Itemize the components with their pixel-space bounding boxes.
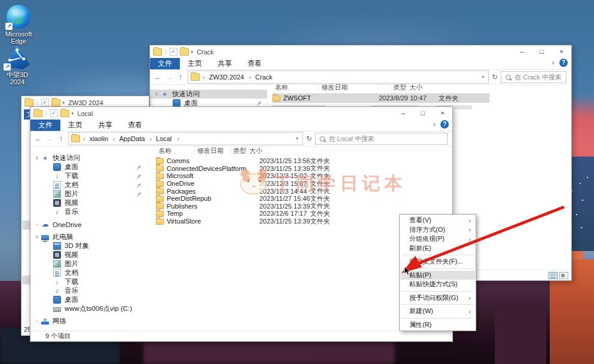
sidebar-item[interactable]: 桌面 — [30, 295, 147, 304]
folder-icon[interactable] — [51, 99, 60, 106]
sidebar-item[interactable]: 下载 — [30, 172, 147, 181]
sidebar-item[interactable]: 3D 对象 — [30, 241, 147, 250]
file-row[interactable]: Packages 2023/12/3 14:44 文件夹 — [156, 187, 452, 195]
help-icon[interactable]: ? — [440, 120, 449, 129]
sidebar-item[interactable]: 视频 — [30, 250, 147, 259]
context-menu-item[interactable]: 粘贴快捷方式(S) — [400, 280, 475, 289]
ribbon-collapse-icon[interactable]: ∨ — [432, 121, 436, 127]
ribbon-tab[interactable]: 查看 — [120, 120, 150, 131]
forward-button[interactable]: → — [45, 134, 54, 143]
ribbon-tab[interactable]: 文件 — [30, 120, 60, 131]
ribbon-tab[interactable]: 查看 — [240, 58, 270, 69]
refresh-icon[interactable]: ↻ — [492, 73, 498, 81]
context-menu-item[interactable]: 刷新(E) — [400, 244, 475, 253]
sidebar-item[interactable]: 视频 — [30, 198, 147, 207]
file-row[interactable]: PeerDistRepub 2023/11/27 15:46 文件夹 — [156, 195, 452, 203]
sidebar-item[interactable]: › OneDrive — [30, 220, 147, 229]
desktop-icon-edge[interactable]: ↗ Microsoft Edge — [1, 5, 36, 45]
pin-icon[interactable] — [135, 173, 142, 179]
titlebar[interactable]: | ✓ ▾ Local – □ × — [30, 107, 452, 120]
qat-dropdown-icon[interactable]: ▾ — [63, 100, 65, 105]
search-input[interactable]: 在 Crack 中搜索 — [501, 71, 567, 83]
close-button[interactable]: × — [433, 107, 452, 119]
address-dropdown-icon[interactable]: ▾ — [480, 75, 486, 79]
context-menu-item[interactable]: 排序方式(O) › — [400, 225, 475, 235]
ribbon-tab[interactable]: 主页 — [180, 58, 210, 69]
context-menu-item[interactable] — [402, 268, 474, 269]
breadcrumb-segment[interactable]: AppData — [111, 135, 147, 142]
sidebar-item[interactable]: 音乐 — [30, 286, 147, 295]
minimize-button[interactable]: – — [512, 45, 532, 57]
file-row[interactable]: ConnectedDevicesPlatform 2023/11/25 13:3… — [156, 165, 452, 173]
sidebar-item[interactable]: › 网络 — [30, 317, 147, 326]
sidebar-item[interactable]: 图片 — [30, 259, 147, 268]
column-header[interactable]: 类型 — [391, 83, 407, 92]
ribbon-collapse-icon[interactable]: ∨ — [551, 60, 555, 66]
help-icon[interactable]: ? — [559, 59, 568, 67]
column-header[interactable]: 名称 — [156, 146, 195, 155]
breadcrumb-segment[interactable]: xiaolin — [81, 135, 111, 142]
sidebar-item[interactable]: ∨ 快速访问 — [30, 154, 147, 163]
ribbon-tab[interactable]: 文件 — [150, 58, 180, 69]
maximize-button[interactable]: □ — [413, 107, 433, 119]
ribbon-tab[interactable]: 共享 — [210, 58, 240, 69]
context-menu-item[interactable] — [402, 255, 474, 255]
context-menu-item[interactable]: 授予访问权限(G) › — [400, 293, 475, 303]
maximize-button[interactable]: □ — [532, 45, 552, 57]
folder-icon[interactable] — [60, 110, 69, 117]
pin-icon[interactable] — [135, 182, 142, 188]
ribbon-tab[interactable]: 共享 — [90, 120, 120, 131]
file-row[interactable]: Comms 2023/11/25 13:56 文件夹 — [156, 157, 452, 165]
ribbon-tab[interactable]: 主页 — [60, 120, 90, 131]
search-input[interactable]: 在 Local 中搜索 — [315, 133, 448, 145]
sidebar-item[interactable]: 图片 — [30, 189, 147, 198]
checkmark-icon[interactable]: ✓ — [50, 109, 58, 117]
minimize-button[interactable]: – — [393, 107, 413, 119]
titlebar[interactable]: | ✓ ▾ Crack – □ × — [150, 45, 571, 58]
column-header[interactable]: 名称 — [272, 83, 319, 92]
context-menu-item[interactable] — [402, 291, 474, 292]
details-view-icon[interactable] — [549, 272, 558, 279]
pin-icon[interactable] — [135, 164, 142, 170]
expander-icon[interactable]: › — [34, 319, 40, 324]
qat-dropdown-icon[interactable]: ▾ — [72, 111, 74, 116]
sidebar-item[interactable]: www点ts006点vip (C:) — [30, 304, 147, 313]
expander-icon[interactable]: ∨ — [34, 155, 40, 161]
breadcrumb[interactable]: xiaolinAppDataLocal ▾ — [68, 132, 303, 145]
qat-dropdown-icon[interactable]: ▾ — [191, 50, 194, 54]
up-button[interactable]: ↑ — [176, 73, 185, 81]
refresh-icon[interactable]: ↻ — [306, 134, 312, 143]
pin-icon[interactable] — [255, 100, 262, 106]
sidebar-item[interactable]: 文档 — [30, 181, 147, 189]
context-menu-item[interactable] — [402, 304, 474, 305]
close-button[interactable]: × — [552, 45, 571, 57]
context-menu-item[interactable]: 粘贴(P) — [400, 271, 475, 280]
context-menu-item[interactable] — [402, 318, 474, 319]
checkmark-icon[interactable]: ✓ — [170, 48, 177, 56]
expander-icon[interactable]: › — [34, 222, 40, 227]
sidebar-item[interactable]: 文档 — [30, 268, 147, 277]
context-menu-item[interactable]: 分组依据(P) › — [400, 234, 475, 244]
file-row[interactable]: ZWSOFT 2023/8/29 10:47 文件夹 — [272, 93, 489, 103]
breadcrumb-segment[interactable]: ZW3D.2024 — [200, 74, 246, 81]
sidebar-item[interactable]: 音乐 — [30, 207, 147, 216]
breadcrumb-segment[interactable]: Crack — [246, 74, 274, 81]
back-button[interactable]: ← — [154, 73, 162, 81]
sidebar-item[interactable]: 桌面 — [30, 163, 147, 172]
breadcrumb[interactable]: ZW3D.2024Crack ▾ — [188, 71, 489, 84]
up-button[interactable]: ↑ — [57, 134, 65, 143]
forward-button[interactable]: → — [165, 73, 173, 81]
checkmark-icon[interactable]: ✓ — [41, 99, 49, 106]
thumbnail-view-icon[interactable] — [559, 272, 568, 279]
context-menu-item[interactable]: 自定义文件夹(F)... — [400, 257, 475, 267]
file-row[interactable]: OneDrive 2023/12/3 15:07 文件夹 — [156, 180, 452, 188]
sidebar-item[interactable]: ∨ 此电脑 — [30, 233, 147, 241]
desktop-icon-zw3d[interactable]: ↗ 中望3D 2024 — [0, 45, 35, 85]
sidebar-item[interactable]: 下载 — [30, 277, 147, 286]
address-dropdown-icon[interactable]: ▾ — [294, 136, 300, 141]
expander-icon[interactable]: ∨ — [34, 234, 40, 240]
folder-icon[interactable] — [180, 48, 189, 56]
file-row[interactable]: Microsoft 2023/12/3 15:02 文件夹 — [156, 172, 452, 180]
context-menu-item[interactable]: 查看(V) › — [400, 216, 475, 225]
expander-icon[interactable]: ∨ — [154, 91, 160, 97]
